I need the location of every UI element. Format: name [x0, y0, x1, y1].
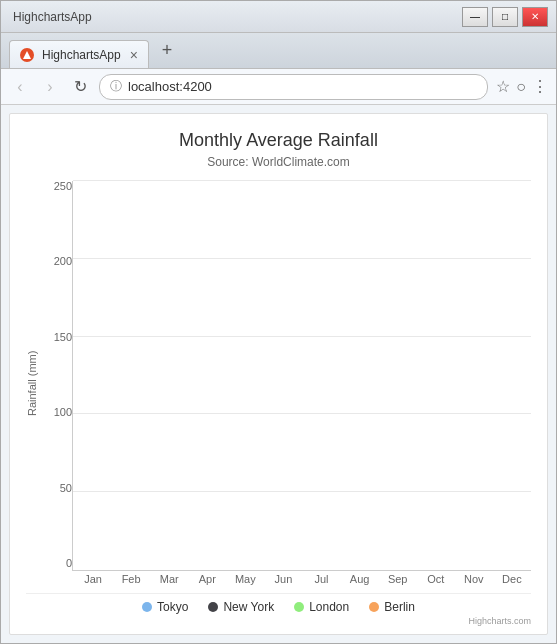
x-label: Aug: [341, 573, 379, 585]
address-bar: ‹ › ↻ ⓘ localhost:4200 ☆ ○ ⋮: [1, 69, 556, 105]
maximize-button[interactable]: □: [492, 7, 518, 27]
grid-line: [73, 413, 531, 414]
x-label: Jan: [74, 573, 112, 585]
legend-dot-newyork: [208, 602, 218, 612]
grid-line: [73, 336, 531, 337]
chart-container: Monthly Average Rainfall Source: WorldCl…: [9, 113, 548, 635]
x-label: Jul: [302, 573, 340, 585]
x-labels: JanFebMarAprMayJunJulAugSepOctNovDec: [42, 573, 531, 585]
minimize-button[interactable]: —: [462, 7, 488, 27]
chart-area: Rainfall (mm) 050100150200250 JanFebMarA…: [26, 181, 531, 585]
title-bar: HighchartsApp — □ ✕: [1, 1, 556, 33]
legend-item-london[interactable]: London: [294, 600, 349, 614]
y-ticks: 050100150200250: [42, 181, 72, 571]
legend-item-berlin[interactable]: Berlin: [369, 600, 415, 614]
close-button[interactable]: ✕: [522, 7, 548, 27]
legend-item-newyork[interactable]: New York: [208, 600, 274, 614]
address-bar-actions: ☆ ○ ⋮: [496, 77, 548, 96]
legend-dot-tokyo: [142, 602, 152, 612]
y-tick: 250: [42, 181, 72, 192]
x-label: Nov: [455, 573, 493, 585]
highcharts-credit: Highcharts.com: [26, 616, 531, 626]
refresh-button[interactable]: ↻: [69, 76, 91, 98]
grid-lines: [73, 181, 531, 570]
y-axis-label: Rainfall (mm): [26, 181, 38, 585]
window-controls: — □ ✕: [462, 7, 548, 27]
browser-window: HighchartsApp — □ ✕ HighchartsApp × + ‹ …: [0, 0, 557, 644]
tab-bar: HighchartsApp × +: [1, 33, 556, 69]
x-label: Oct: [417, 573, 455, 585]
new-tab-button[interactable]: +: [153, 39, 181, 63]
y-tick: 50: [42, 483, 72, 494]
grid-line: [73, 491, 531, 492]
chart-title: Monthly Average Rainfall: [26, 130, 531, 151]
back-button[interactable]: ‹: [9, 76, 31, 98]
y-tick: 100: [42, 407, 72, 418]
tab-title: HighchartsApp: [42, 48, 121, 62]
legend-dot-berlin: [369, 602, 379, 612]
tab-favicon: [20, 48, 34, 62]
legend-label-london: London: [309, 600, 349, 614]
x-label: Feb: [112, 573, 150, 585]
forward-button[interactable]: ›: [39, 76, 61, 98]
chart-subtitle: Source: WorldClimate.com: [26, 155, 531, 169]
grid-line: [73, 180, 531, 181]
chart-plot: 050100150200250: [42, 181, 531, 571]
info-icon: ⓘ: [110, 78, 122, 95]
more-icon[interactable]: ⋮: [532, 77, 548, 96]
svg-marker-0: [23, 51, 31, 59]
app-title: HighchartsApp: [13, 10, 92, 24]
legend-label-newyork: New York: [223, 600, 274, 614]
y-tick: 0: [42, 558, 72, 569]
x-label: May: [226, 573, 264, 585]
legend-dot-london: [294, 602, 304, 612]
x-label: Dec: [493, 573, 531, 585]
x-label: Sep: [379, 573, 417, 585]
star-icon[interactable]: ☆: [496, 77, 510, 96]
legend-label-berlin: Berlin: [384, 600, 415, 614]
legend: TokyoNew YorkLondonBerlin: [26, 593, 531, 614]
y-tick: 200: [42, 256, 72, 267]
grid-line: [73, 258, 531, 259]
legend-item-tokyo[interactable]: Tokyo: [142, 600, 188, 614]
x-label: Apr: [188, 573, 226, 585]
y-tick: 150: [42, 332, 72, 343]
chart-inner: 050100150200250 JanFebMarAprMayJunJulAug…: [42, 181, 531, 585]
tab-close-button[interactable]: ×: [130, 47, 138, 63]
legend-label-tokyo: Tokyo: [157, 600, 188, 614]
url-input[interactable]: ⓘ localhost:4200: [99, 74, 488, 100]
profile-icon[interactable]: ○: [516, 78, 526, 96]
url-text: localhost:4200: [128, 79, 212, 94]
active-tab[interactable]: HighchartsApp ×: [9, 40, 149, 68]
x-label: Mar: [150, 573, 188, 585]
x-label: Jun: [264, 573, 302, 585]
bars-area: [72, 181, 531, 571]
